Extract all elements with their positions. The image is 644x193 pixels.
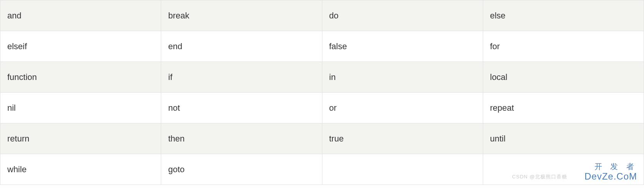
table-row: elseif end false for xyxy=(0,31,644,62)
keyword-cell: repeat xyxy=(483,93,644,123)
keyword-cell: in xyxy=(322,62,483,93)
keyword-cell: not xyxy=(161,93,322,123)
keyword-cell: else xyxy=(483,0,644,31)
keyword-cell: end xyxy=(161,31,322,62)
keyword-cell: true xyxy=(322,123,483,154)
keyword-table-body: and break do else elseif end false for f… xyxy=(0,0,644,185)
keyword-cell: return xyxy=(0,123,161,154)
keyword-cell: elseif xyxy=(0,31,161,62)
keyword-cell: while xyxy=(0,154,161,185)
keyword-cell: function xyxy=(0,62,161,93)
keyword-cell: for xyxy=(483,31,644,62)
watermark-csdn: CSDN @北极熊口香糖 xyxy=(512,173,567,180)
keyword-cell: if xyxy=(161,62,322,93)
keyword-cell: nil xyxy=(0,93,161,123)
keyword-cell: then xyxy=(161,123,322,154)
keyword-cell: and xyxy=(0,0,161,31)
keyword-cell: false xyxy=(322,31,483,62)
table-row: return then true until xyxy=(0,123,644,154)
keyword-cell xyxy=(322,154,483,185)
keyword-cell: do xyxy=(322,0,483,31)
keyword-table: and break do else elseif end false for f… xyxy=(0,0,644,185)
table-row: function if in local xyxy=(0,62,644,93)
keyword-cell: break xyxy=(161,0,322,31)
keyword-cell: goto xyxy=(161,154,322,185)
keyword-cell: or xyxy=(322,93,483,123)
keyword-cell: local xyxy=(483,62,644,93)
keyword-cell: until xyxy=(483,123,644,154)
table-row: and break do else xyxy=(0,0,644,31)
table-row: nil not or repeat xyxy=(0,93,644,123)
